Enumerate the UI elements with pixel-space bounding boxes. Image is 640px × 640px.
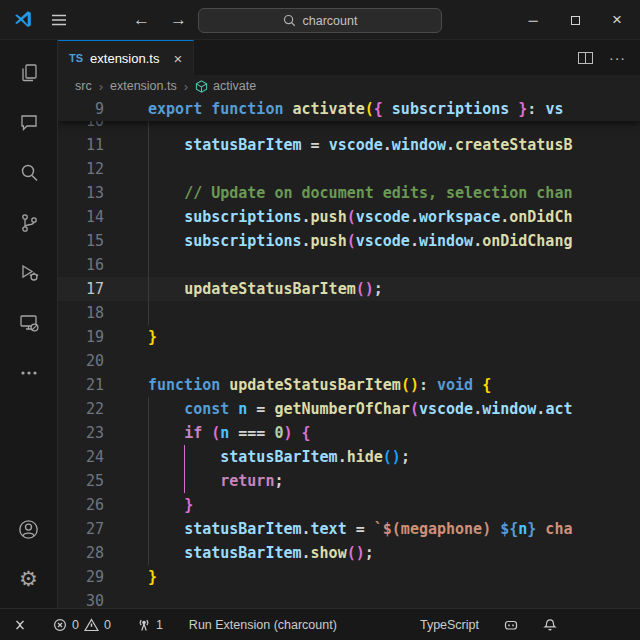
breadcrumb-src[interactable]: src — [75, 79, 92, 93]
problems-status[interactable]: 0 0 — [48, 618, 116, 632]
nav-forward-button[interactable]: → — [170, 10, 187, 30]
line-number[interactable]: 13 — [58, 181, 114, 205]
remote-indicator[interactable] — [8, 618, 32, 632]
code-token: if — [184, 424, 202, 442]
code-line[interactable]: 16 — [58, 253, 640, 277]
code-token: . — [410, 232, 419, 250]
code-line[interactable]: 21function updateStatusBarItem(): void { — [58, 373, 640, 397]
code-line[interactable]: 27 statusBarItem.text = `$(megaphone) ${… — [58, 517, 640, 541]
minimize-button[interactable]: ─ — [512, 0, 554, 40]
line-number[interactable]: 16 — [58, 253, 114, 277]
code-line[interactable]: 14 subscriptions.push(vscode.workspace.o… — [58, 205, 640, 229]
search-view-icon[interactable] — [5, 148, 53, 198]
source-control-icon[interactable] — [5, 198, 53, 248]
line-number[interactable]: 15 — [58, 229, 114, 253]
line-number[interactable]: 20 — [58, 349, 114, 373]
line-number[interactable]: 17 — [58, 277, 114, 301]
command-center-search[interactable]: charcount — [198, 8, 442, 33]
code-content: subscriptions.push(vscode.workspace.onDi… — [114, 205, 640, 229]
code-token: window — [419, 232, 473, 250]
code-line[interactable]: 23 if (n === 0) { — [58, 421, 640, 445]
code-token — [428, 376, 437, 394]
code-line[interactable]: 30 — [58, 589, 640, 608]
line-number[interactable]: 24 — [58, 445, 114, 469]
code-line[interactable]: 26 } — [58, 493, 640, 517]
code-token — [293, 424, 302, 442]
line-number[interactable]: 19 — [58, 325, 114, 349]
line-number[interactable]: 18 — [58, 301, 114, 325]
copilot-status[interactable] — [498, 618, 524, 632]
code-token — [202, 424, 211, 442]
close-button[interactable]: × — [596, 0, 638, 40]
indent-guide — [148, 517, 149, 541]
code-token: updateStatusBarItem — [229, 376, 401, 394]
line-number[interactable]: 27 — [58, 517, 114, 541]
code-token — [148, 424, 184, 442]
settings-gear-icon[interactable]: ⚙ — [5, 554, 53, 604]
code-token: activate — [293, 100, 365, 118]
line-number[interactable]: 25 — [58, 469, 114, 493]
code-line[interactable]: 28 statusBarItem.show(); — [58, 541, 640, 565]
line-number[interactable]: 29 — [58, 565, 114, 589]
code-line[interactable]: 17 updateStatusBarItem(); — [58, 277, 640, 301]
line-number[interactable]: 30 — [58, 589, 114, 608]
line-number[interactable]: 9 — [58, 97, 114, 121]
code-content: statusBarItem.show(); — [114, 541, 640, 565]
breadcrumb-file[interactable]: extension.ts — [110, 79, 177, 93]
line-number[interactable]: 22 — [58, 397, 114, 421]
code-line[interactable]: 13 // Update on document edits, selectio… — [58, 181, 640, 205]
split-editor-icon[interactable] — [578, 52, 593, 64]
code-token: push — [311, 208, 347, 226]
menu-icon[interactable] — [51, 13, 67, 27]
code-line[interactable]: 24 statusBarItem.hide(); — [58, 445, 640, 469]
radio-tower-icon — [137, 618, 151, 632]
sticky-scroll-line[interactable]: 9export function activate({ subscription… — [58, 97, 640, 121]
run-extension-status[interactable]: Run Extension (charcount) — [184, 618, 342, 632]
code-token: statusBarItem — [184, 136, 301, 154]
tab-bar: TS extension.ts × ··· — [58, 40, 640, 75]
code-token: . — [338, 448, 347, 466]
code-token: onDidCh — [509, 208, 572, 226]
code-line[interactable]: 25 return; — [58, 469, 640, 493]
code-line[interactable]: 29} — [58, 565, 640, 589]
line-number[interactable]: 11 — [58, 133, 114, 157]
remote-explorer-icon[interactable] — [5, 298, 53, 348]
run-debug-icon[interactable] — [5, 248, 53, 298]
code-token — [148, 208, 184, 226]
code-line[interactable]: 22 const n = getNumberOfChar(vscode.wind… — [58, 397, 640, 421]
code-line[interactable]: 20 — [58, 349, 640, 373]
warning-icon — [84, 618, 99, 632]
line-number[interactable]: 23 — [58, 421, 114, 445]
code-line[interactable]: 12 — [58, 157, 640, 181]
titlebar: ← → charcount ─ × — [0, 0, 640, 40]
code-line[interactable]: 15 subscriptions.push(vscode.window.onDi… — [58, 229, 640, 253]
breadcrumb: src › extension.ts › activate — [58, 75, 640, 97]
line-number[interactable]: 26 — [58, 493, 114, 517]
line-number[interactable]: 21 — [58, 373, 114, 397]
remote-icon — [13, 618, 27, 632]
code-token: ; — [274, 472, 283, 490]
code-line[interactable]: 18 — [58, 301, 640, 325]
code-editor[interactable]: 1011 statusBarItem = vscode.window.creat… — [58, 97, 640, 608]
nav-back-button[interactable]: ← — [133, 10, 150, 30]
code-line[interactable]: 11 statusBarItem = vscode.window.createS… — [58, 133, 640, 157]
notifications-status[interactable] — [538, 618, 562, 632]
language-mode[interactable]: TypeScript — [415, 618, 484, 632]
line-number[interactable]: 28 — [58, 541, 114, 565]
line-number[interactable]: 14 — [58, 205, 114, 229]
chat-icon[interactable] — [5, 98, 53, 148]
editor-more-actions-icon[interactable]: ··· — [609, 50, 626, 66]
line-number[interactable]: 12 — [58, 157, 114, 181]
more-views-icon[interactable] — [5, 348, 53, 398]
explorer-icon[interactable] — [5, 48, 53, 98]
accounts-icon[interactable] — [5, 504, 53, 554]
maximize-button[interactable] — [554, 0, 596, 40]
tab-close-icon[interactable]: × — [173, 50, 182, 67]
tab-extension-ts[interactable]: TS extension.ts × — [58, 40, 194, 75]
editor-scrollbar[interactable] — [626, 97, 640, 608]
breadcrumb-symbol[interactable]: activate — [195, 79, 256, 93]
code-line[interactable]: 19} — [58, 325, 640, 349]
code-content: updateStatusBarItem(); — [114, 277, 640, 301]
code-token: ( — [365, 100, 374, 118]
ports-status[interactable]: 1 — [132, 618, 168, 632]
